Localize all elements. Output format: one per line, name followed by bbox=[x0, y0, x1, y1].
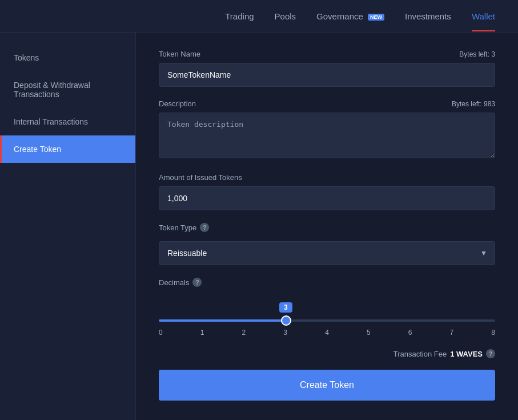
decimals-slider-container: 3 0 1 2 3 4 5 6 7 8 bbox=[159, 296, 495, 337]
nav-item-pools[interactable]: Pools bbox=[275, 1, 296, 31]
sidebar-item-create-token[interactable]: Create Token bbox=[0, 135, 135, 163]
description-group: Description Bytes left: 983 Token descri… bbox=[159, 99, 495, 161]
decimals-slider[interactable] bbox=[159, 319, 495, 322]
nav-item-investments[interactable]: Investments bbox=[405, 1, 451, 31]
sidebar: Tokens Deposit & Withdrawal Transactions… bbox=[0, 33, 136, 420]
slider-label-3: 3 bbox=[283, 329, 287, 337]
slider-label-6: 6 bbox=[408, 329, 412, 337]
main-layout: Tokens Deposit & Withdrawal Transactions… bbox=[0, 33, 518, 420]
sidebar-item-tokens[interactable]: Tokens bbox=[0, 44, 135, 71]
description-header: Description Bytes left: 983 bbox=[159, 99, 495, 108]
nav-item-governance[interactable]: Governance NEW bbox=[316, 1, 384, 31]
slider-label-5: 5 bbox=[367, 329, 371, 337]
fee-help-icon[interactable]: ? bbox=[486, 349, 495, 358]
create-token-button[interactable]: Create Token bbox=[159, 370, 495, 401]
sidebar-item-internal-transactions[interactable]: Internal Transactions bbox=[0, 108, 135, 135]
token-name-group: Token Name Bytes left: 3 bbox=[159, 50, 495, 87]
fee-amount: 1 WAVES bbox=[450, 350, 483, 358]
decimals-header: Decimals ? bbox=[159, 278, 495, 287]
slider-label-2: 2 bbox=[242, 329, 246, 337]
slider-label-7: 7 bbox=[449, 329, 453, 337]
slider-label-8: 8 bbox=[491, 329, 495, 337]
token-type-help-icon[interactable]: ? bbox=[200, 223, 209, 232]
token-name-input[interactable] bbox=[159, 63, 495, 87]
slider-label-1: 1 bbox=[200, 329, 204, 337]
token-type-select[interactable]: Reissuable Non-reissuable bbox=[159, 241, 495, 265]
description-textarea[interactable]: Token description bbox=[159, 113, 495, 158]
nav-item-wallet[interactable]: Wallet bbox=[472, 1, 495, 31]
slider-labels: 0 1 2 3 4 5 6 7 8 bbox=[159, 329, 495, 337]
amount-label: Amount of Issued Tokens bbox=[159, 173, 242, 182]
fee-label: Transaction Fee bbox=[393, 350, 447, 358]
create-token-form: Token Name Bytes left: 3 Description Byt… bbox=[136, 33, 518, 420]
top-navigation: Trading Pools Governance NEW Investments… bbox=[0, 0, 518, 33]
description-label: Description bbox=[159, 99, 196, 108]
amount-header: Amount of Issued Tokens bbox=[159, 173, 495, 182]
decimals-help-icon[interactable]: ? bbox=[192, 278, 202, 287]
token-name-label: Token Name bbox=[159, 50, 200, 58]
token-type-label: Token Type bbox=[159, 223, 196, 232]
token-name-bytes: Bytes left: 3 bbox=[459, 50, 495, 58]
governance-badge: NEW bbox=[368, 14, 384, 21]
token-type-select-wrapper: Reissuable Non-reissuable ▼ bbox=[159, 241, 495, 265]
nav-items: Trading Pools Governance NEW Investments… bbox=[225, 1, 495, 31]
token-type-group: Token Type ? Reissuable Non-reissuable ▼ bbox=[159, 223, 495, 265]
amount-group: Amount of Issued Tokens bbox=[159, 173, 495, 210]
slider-value-bubble: 3 bbox=[279, 302, 292, 313]
slider-label-0: 0 bbox=[159, 329, 163, 337]
nav-governance-label: Governance bbox=[316, 11, 363, 21]
amount-input[interactable] bbox=[159, 186, 495, 210]
decimals-group: Decimals ? 3 0 1 2 3 4 5 6 7 bbox=[159, 278, 495, 337]
token-name-header: Token Name Bytes left: 3 bbox=[159, 50, 495, 58]
sidebar-item-deposit-withdrawal[interactable]: Deposit & Withdrawal Transactions bbox=[0, 71, 135, 108]
decimals-label: Decimals bbox=[159, 278, 189, 287]
slider-label-4: 4 bbox=[325, 329, 329, 337]
token-type-header: Token Type ? bbox=[159, 223, 495, 232]
description-bytes: Bytes left: 983 bbox=[452, 100, 495, 108]
transaction-fee-row: Transaction Fee 1 WAVES ? bbox=[159, 349, 495, 358]
nav-item-trading[interactable]: Trading bbox=[225, 1, 254, 31]
